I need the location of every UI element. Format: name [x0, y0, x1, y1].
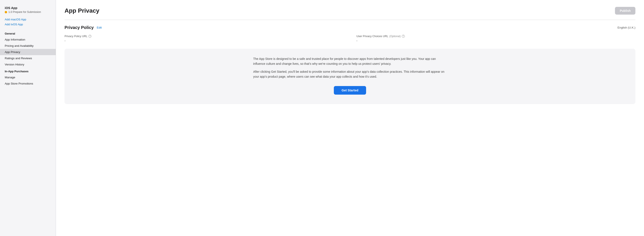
app-version-row: 1.0 Prepare for Submission [0, 10, 56, 18]
privacy-policy-url-label: Privacy Policy URL ? [64, 35, 344, 38]
user-privacy-choices-label: User Privacy Choices URL (Optional) ? [356, 35, 636, 38]
general-section-label: General [0, 30, 56, 36]
sidebar-item-app-information[interactable]: App Information [0, 36, 56, 43]
privacy-policy-title: Privacy Policy [64, 25, 94, 30]
header-divider [64, 20, 636, 20]
edit-link[interactable]: Edit [97, 26, 102, 29]
app-version-label: 1.0 Prepare for Submission [8, 10, 41, 13]
privacy-policy-title-row: Privacy Policy Edit [64, 25, 102, 30]
locale-label: English (U.K.) [618, 26, 636, 29]
privacy-policy-section: Privacy Policy Edit English (U.K.) Priva… [64, 25, 636, 42]
optional-tag: (Optional) [389, 35, 401, 38]
sidebar-item-app-privacy[interactable]: App Privacy [0, 49, 56, 55]
page-header: App Privacy Publish [64, 7, 636, 14]
info-card: The App Store is designed to be a safe a… [64, 49, 636, 104]
app-platform: iOS App [0, 6, 56, 10]
info-card-paragraph-2: After clicking Get Started, you'll be as… [253, 69, 447, 79]
add-tvos-link[interactable]: Add tvOS App [5, 23, 51, 26]
platform-links: Add macOS App Add tvOS App [0, 18, 56, 30]
publish-button[interactable]: Publish [615, 7, 636, 14]
sidebar-item-version-history[interactable]: Version History [0, 61, 56, 68]
in-app-purchases-section-label: In-App Purchases [0, 68, 56, 74]
add-macos-link[interactable]: Add macOS App [5, 18, 51, 21]
user-privacy-choices-group: User Privacy Choices URL (Optional) ? - [356, 35, 636, 42]
sidebar-item-manage[interactable]: Manage [0, 74, 56, 80]
privacy-policy-url-value: - [64, 39, 344, 42]
user-privacy-choices-value: - [356, 39, 636, 42]
user-privacy-choices-help-icon[interactable]: ? [402, 35, 405, 38]
sidebar-item-ratings-reviews[interactable]: Ratings and Reviews [0, 55, 56, 61]
page-title: App Privacy [64, 7, 99, 14]
get-started-button[interactable]: Get Started [334, 86, 366, 95]
url-fields-row: Privacy Policy URL ? - User Privacy Choi… [64, 35, 636, 42]
version-status-dot [5, 11, 7, 13]
privacy-policy-url-help-icon[interactable]: ? [88, 35, 92, 38]
sidebar-item-pricing-availability[interactable]: Pricing and Availability [0, 43, 56, 49]
sidebar: iOS App 1.0 Prepare for Submission Add m… [0, 0, 56, 236]
privacy-policy-header: Privacy Policy Edit English (U.K.) [64, 25, 636, 30]
sidebar-item-app-store-promotions[interactable]: App Store Promotions [0, 80, 56, 87]
info-card-paragraph-1: The App Store is designed to be a safe a… [253, 56, 447, 66]
privacy-policy-url-group: Privacy Policy URL ? - [64, 35, 344, 42]
main-content: App Privacy Publish Privacy Policy Edit … [56, 0, 644, 236]
